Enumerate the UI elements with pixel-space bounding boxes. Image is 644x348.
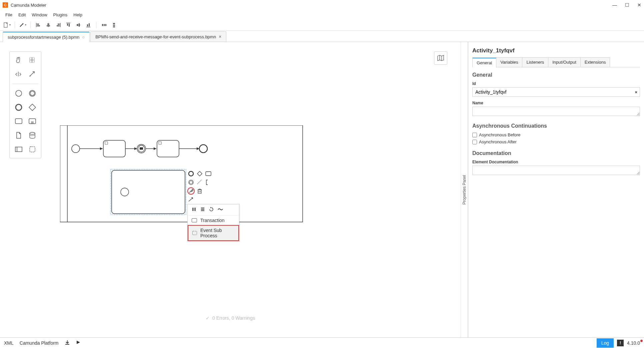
gateway-tool[interactable] xyxy=(27,102,38,113)
align-left-button[interactable] xyxy=(34,21,43,29)
append-gateway[interactable] xyxy=(196,170,203,177)
annotation-icon xyxy=(206,179,211,185)
canvas[interactable]: Transaction Event Sub Process ✓ 0 Errors… xyxy=(0,42,461,337)
loop-parallel-icon[interactable] xyxy=(192,207,196,213)
task-2[interactable] xyxy=(157,140,179,157)
connect-tool[interactable] xyxy=(27,69,38,80)
deploy-icon[interactable] xyxy=(65,340,70,346)
minimap-toggle[interactable] xyxy=(434,51,447,65)
async-after-checkbox[interactable] xyxy=(472,140,477,144)
tab-file-1[interactable]: subprocessforstartmessage (5).bpmn ○ xyxy=(3,32,90,42)
task-1[interactable] xyxy=(103,140,125,157)
subprocess-tool[interactable] xyxy=(27,116,38,127)
svg-rect-6 xyxy=(47,25,50,26)
space-tool[interactable] xyxy=(13,69,24,80)
delete-button[interactable] xyxy=(196,187,203,195)
properties-panel-toggle[interactable]: Properties Panel xyxy=(461,42,468,337)
map-icon xyxy=(437,55,444,61)
append-text-annotation[interactable] xyxy=(205,179,212,186)
distribute-h-button[interactable] xyxy=(100,21,108,29)
change-type-button[interactable] xyxy=(187,187,195,195)
trash-icon xyxy=(197,188,202,194)
warning-icon[interactable]: ! xyxy=(617,340,624,346)
check-icon: ✓ xyxy=(206,315,210,321)
async-before-checkbox[interactable] xyxy=(472,133,477,137)
task-tool[interactable] xyxy=(13,116,24,127)
element-doc-input[interactable] xyxy=(472,166,640,175)
loop-standard-icon[interactable] xyxy=(209,207,214,213)
append-intermediate-event[interactable] xyxy=(187,179,195,186)
menu-edit[interactable]: Edit xyxy=(16,11,28,19)
align-top-button[interactable] xyxy=(64,21,73,29)
distribute-v-icon xyxy=(112,23,116,27)
new-file-button[interactable]: ▾ xyxy=(3,21,11,29)
connect-using-sequence[interactable] xyxy=(187,196,195,203)
props-tab-listeners[interactable]: Listeners xyxy=(522,57,548,67)
data-object-icon xyxy=(15,132,22,139)
minimize-button[interactable]: — xyxy=(612,2,617,8)
svg-rect-8 xyxy=(58,24,60,25)
align-center-h-button[interactable] xyxy=(44,21,53,29)
status-platform[interactable]: Camunda Platform xyxy=(20,340,59,346)
menu-file[interactable]: File xyxy=(3,11,15,19)
align-bottom-button[interactable] xyxy=(84,21,93,29)
group-tool[interactable] xyxy=(27,144,38,155)
svg-rect-15 xyxy=(79,23,80,27)
message-icon xyxy=(140,147,143,150)
props-tab-extensions[interactable]: Extensions xyxy=(580,57,610,67)
magic-wand-button[interactable]: ▾ xyxy=(18,21,27,29)
end-event-tool[interactable] xyxy=(13,102,24,113)
popup-item-transaction[interactable]: Transaction xyxy=(188,216,239,225)
version-label: 4.10.0 xyxy=(627,340,640,346)
intermediate-event-icon xyxy=(188,179,194,185)
run-icon[interactable] xyxy=(76,340,81,346)
menu-window[interactable]: Window xyxy=(29,11,50,19)
svg-rect-22 xyxy=(113,23,115,24)
data-object-tool[interactable] xyxy=(13,130,24,141)
async-before-label: Asynchronous Before xyxy=(479,132,520,137)
svg-rect-9 xyxy=(57,25,60,26)
tab-close-icon[interactable]: × xyxy=(219,34,221,39)
append-end-event[interactable] xyxy=(187,170,195,177)
wand-icon xyxy=(19,22,24,28)
hand-tool[interactable] xyxy=(13,55,24,66)
end-event-icon xyxy=(15,103,23,111)
start-event[interactable] xyxy=(72,145,80,153)
props-tab-general[interactable]: General xyxy=(472,58,496,67)
end-event-icon xyxy=(188,171,194,177)
distribute-v-button[interactable] xyxy=(110,21,118,29)
start-event-tool[interactable] xyxy=(13,88,24,99)
close-button[interactable]: ✕ xyxy=(637,2,641,8)
participant-icon xyxy=(15,146,23,152)
end-event[interactable] xyxy=(199,145,207,153)
name-input[interactable] xyxy=(472,107,640,116)
subprocess-start-event[interactable] xyxy=(121,188,129,196)
append-connection[interactable] xyxy=(196,179,203,186)
log-button[interactable]: Log xyxy=(597,338,614,348)
file-icon xyxy=(3,22,9,28)
props-tab-io[interactable]: Input/Output xyxy=(548,57,581,67)
menu-plugins[interactable]: Plugins xyxy=(51,11,70,19)
menu-help[interactable]: Help xyxy=(71,11,85,19)
status-xml[interactable]: XML xyxy=(4,340,14,346)
adhoc-icon[interactable] xyxy=(218,207,223,213)
align-top-icon xyxy=(66,23,71,27)
props-tab-variables[interactable]: Variables xyxy=(496,57,522,67)
maximize-button[interactable]: ☐ xyxy=(625,2,629,8)
tab-file-2[interactable]: BPMN-send-and-receive-message-for-event-… xyxy=(90,31,226,42)
data-store-tool[interactable] xyxy=(27,130,38,141)
loop-sequential-icon[interactable] xyxy=(200,207,205,213)
lasso-tool[interactable] xyxy=(27,55,38,66)
intermediate-event-tool[interactable] xyxy=(27,88,38,99)
popup-item-label: Transaction xyxy=(200,218,225,223)
clear-icon[interactable]: × xyxy=(635,90,637,95)
append-task[interactable] xyxy=(205,170,212,177)
popup-item-event-subprocess[interactable]: Event Sub Process xyxy=(188,225,239,241)
align-middle-v-button[interactable] xyxy=(74,21,83,29)
align-bottom-icon xyxy=(86,23,91,27)
align-right-button[interactable] xyxy=(54,21,63,29)
svg-marker-46 xyxy=(77,341,80,344)
svg-rect-3 xyxy=(37,25,40,26)
participant-tool[interactable] xyxy=(13,144,24,155)
id-input[interactable] xyxy=(472,87,640,97)
